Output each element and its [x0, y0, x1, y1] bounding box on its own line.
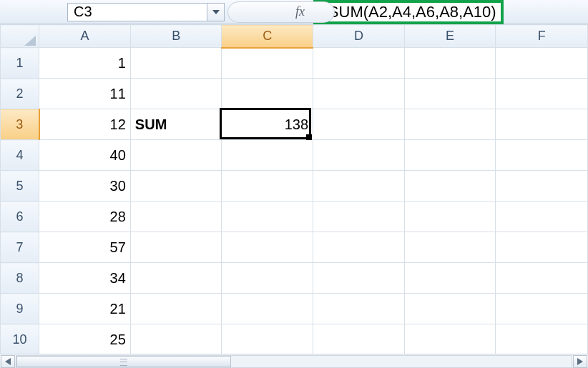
- cell-E6[interactable]: [404, 202, 496, 232]
- grip-icon: [120, 359, 127, 366]
- cell-B8[interactable]: [130, 263, 222, 294]
- col-header-C[interactable]: C: [222, 25, 313, 48]
- cell-E3[interactable]: [404, 109, 496, 140]
- scroll-left-button[interactable]: [1, 355, 15, 368]
- cell-B2[interactable]: [130, 79, 222, 109]
- cell-B3[interactable]: SUM: [130, 109, 222, 140]
- cell-D4[interactable]: [313, 140, 405, 171]
- col-header-D[interactable]: D: [313, 25, 405, 48]
- cell-C2[interactable]: [222, 79, 313, 109]
- cell-E8[interactable]: [404, 263, 496, 294]
- cell-B1[interactable]: [130, 48, 222, 79]
- cell-C5[interactable]: [222, 171, 313, 202]
- cell-C8[interactable]: [222, 263, 313, 294]
- scroll-right-button[interactable]: [573, 355, 587, 368]
- name-box-value: C3: [74, 4, 92, 20]
- col-header-F[interactable]: F: [496, 25, 588, 48]
- formula-bar-highlight: =SUM(A2,A4,A6,A8,A10): [313, 0, 504, 24]
- cell-F1[interactable]: [496, 48, 588, 79]
- cell-C4[interactable]: [222, 140, 313, 171]
- cell-A1[interactable]: 1: [39, 48, 131, 79]
- cell-E1[interactable]: [404, 48, 496, 79]
- cell-A4[interactable]: 40: [39, 140, 131, 171]
- fx-button-area: fx: [227, 0, 313, 24]
- row-header-5[interactable]: 5: [1, 171, 39, 202]
- insert-function-button[interactable]: fx: [291, 4, 309, 19]
- row-header-10[interactable]: 10: [1, 324, 39, 355]
- cell-E7[interactable]: [404, 232, 496, 263]
- row-header-1[interactable]: 1: [1, 48, 39, 79]
- formula-bar-input[interactable]: =SUM(A2,A4,A6,A8,A10): [319, 3, 496, 21]
- cell-E10[interactable]: [404, 324, 496, 355]
- row-header-9[interactable]: 9: [1, 294, 39, 324]
- cell-E9[interactable]: [404, 294, 496, 324]
- cell-A10[interactable]: 25: [39, 324, 131, 355]
- cell-F6[interactable]: [496, 202, 588, 232]
- cell-F5[interactable]: [496, 171, 588, 202]
- cell-B10[interactable]: [130, 324, 222, 355]
- cell-B7[interactable]: [130, 232, 222, 263]
- cell-E4[interactable]: [404, 140, 496, 171]
- row-header-6[interactable]: 6: [1, 202, 39, 232]
- cell-C10[interactable]: [222, 324, 313, 355]
- row-header-4[interactable]: 4: [1, 140, 39, 171]
- cell-B5[interactable]: [130, 171, 222, 202]
- cell-F8[interactable]: [496, 263, 588, 294]
- chevron-left-icon: [5, 358, 11, 365]
- cell-F3[interactable]: [496, 109, 588, 140]
- cell-F2[interactable]: [496, 79, 588, 109]
- scroll-track[interactable]: [16, 355, 572, 368]
- cell-C3[interactable]: 138: [222, 109, 313, 140]
- cell-F7[interactable]: [496, 232, 588, 263]
- cell-A6[interactable]: 28: [39, 202, 131, 232]
- cell-A7[interactable]: 57: [39, 232, 131, 263]
- cell-D7[interactable]: [313, 232, 405, 263]
- select-all-corner[interactable]: [1, 25, 39, 48]
- cell-A9[interactable]: 21: [39, 294, 131, 324]
- cell-F9[interactable]: [496, 294, 588, 324]
- grid[interactable]: A B C D E F 1 1: [0, 24, 588, 355]
- cell-B9[interactable]: [130, 294, 222, 324]
- cell-D3[interactable]: [313, 109, 405, 140]
- cell-D8[interactable]: [313, 263, 405, 294]
- chevron-right-icon: [577, 358, 583, 365]
- cell-D10[interactable]: [313, 324, 405, 355]
- cell-A2[interactable]: 11: [39, 79, 131, 109]
- col-header-E[interactable]: E: [404, 25, 496, 48]
- cell-C6[interactable]: [222, 202, 313, 232]
- cell-F10[interactable]: [496, 324, 588, 355]
- col-header-A[interactable]: A: [39, 25, 131, 48]
- cell-B6[interactable]: [130, 202, 222, 232]
- cell-A3[interactable]: 12: [39, 109, 131, 140]
- cell-A5[interactable]: 30: [39, 171, 131, 202]
- row-header-7[interactable]: 7: [1, 232, 39, 263]
- cell-A8[interactable]: 34: [39, 263, 131, 294]
- spreadsheet-area: A B C D E F 1 1: [0, 24, 588, 355]
- row-header-2[interactable]: 2: [1, 79, 39, 109]
- horizontal-scrollbar[interactable]: [0, 354, 588, 368]
- cell-C1[interactable]: [222, 48, 313, 79]
- name-box-dropdown[interactable]: [207, 3, 225, 21]
- cell-D6[interactable]: [313, 202, 405, 232]
- cell-F4[interactable]: [496, 140, 588, 171]
- select-all-triangle-icon: [24, 36, 36, 46]
- row-header-8[interactable]: 8: [1, 263, 39, 294]
- cell-E2[interactable]: [404, 79, 496, 109]
- row-header-3[interactable]: 3: [1, 109, 39, 140]
- chevron-down-icon: [212, 10, 220, 14]
- cell-D5[interactable]: [313, 171, 405, 202]
- cell-D2[interactable]: [313, 79, 405, 109]
- cell-E5[interactable]: [404, 171, 496, 202]
- name-box-area: C3: [0, 0, 227, 24]
- name-box[interactable]: C3: [67, 3, 207, 21]
- cell-C7[interactable]: [222, 232, 313, 263]
- cell-D1[interactable]: [313, 48, 405, 79]
- scroll-thumb[interactable]: [16, 356, 231, 367]
- cell-C9[interactable]: [222, 294, 313, 324]
- cell-D9[interactable]: [313, 294, 405, 324]
- formula-bar-row: C3 fx =SUM(A2,A4,A6,A8,A10): [0, 0, 588, 24]
- col-header-B[interactable]: B: [130, 25, 222, 48]
- cell-B4[interactable]: [130, 140, 222, 171]
